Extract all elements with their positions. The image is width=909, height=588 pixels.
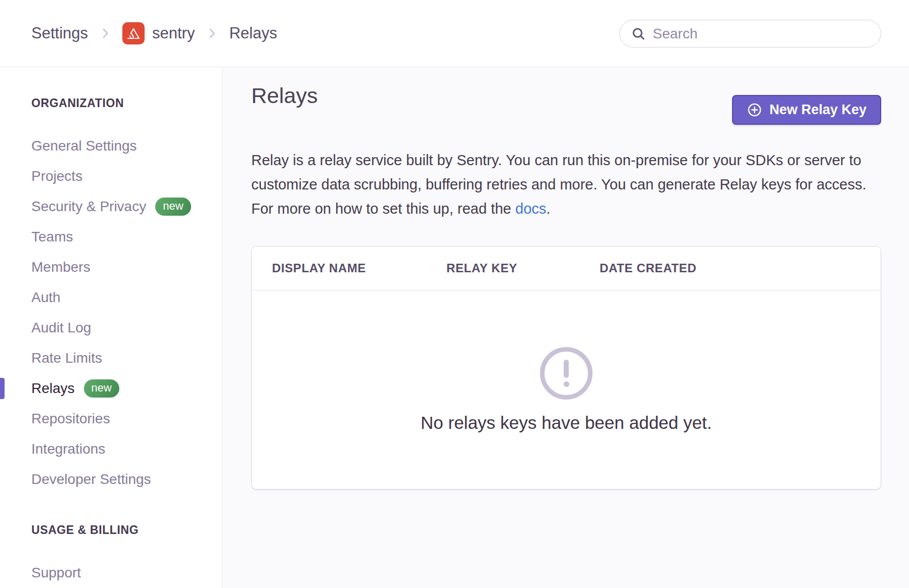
exclamation-dot bbox=[564, 381, 569, 387]
sidebar-item-developer-settings[interactable]: Developer Settings bbox=[0, 464, 222, 495]
sidebar-section-list: General SettingsProjectsSecurity & Priva… bbox=[0, 131, 222, 495]
docs-link[interactable]: docs bbox=[515, 201, 546, 217]
sidebar-item-rate-limits[interactable]: Rate Limits bbox=[0, 343, 222, 373]
sidebar-item-label: Support bbox=[31, 565, 81, 581]
sidebar-item-label: Auth bbox=[31, 289, 61, 306]
column-header-date-created: DATE CREATED bbox=[600, 261, 860, 275]
settings-sidebar: ORGANIZATIONGeneral SettingsProjectsSecu… bbox=[0, 68, 222, 588]
sidebar-item-label: Projects bbox=[31, 168, 82, 184]
breadcrumb: Settings sentry Relays bbox=[31, 0, 277, 67]
sidebar-section-heading: USAGE & BILLING bbox=[31, 523, 222, 537]
breadcrumb-org-sentry[interactable]: sentry bbox=[152, 24, 195, 42]
table-header-row: DISPLAY NAMERELAY KEYDATE CREATED bbox=[252, 247, 881, 290]
sidebar-item-support[interactable]: Support bbox=[0, 558, 222, 588]
column-header-relay-key: RELAY KEY bbox=[446, 261, 600, 275]
sidebar-item-teams[interactable]: Teams bbox=[0, 222, 222, 252]
sidebar-item-security-privacy[interactable]: Security & Privacynew bbox=[0, 191, 222, 222]
sidebar-item-audit-log[interactable]: Audit Log bbox=[0, 313, 222, 343]
chevron-right-icon bbox=[98, 26, 113, 41]
circle-plus-icon bbox=[747, 102, 762, 118]
chevron-right-icon bbox=[204, 26, 219, 41]
sidebar-item-label: Developer Settings bbox=[31, 471, 151, 487]
sidebar-item-repositories[interactable]: Repositories bbox=[0, 404, 222, 434]
relay-description: Relay is a relay service built by Sentry… bbox=[251, 148, 881, 221]
sidebar-item-label: Rate Limits bbox=[31, 350, 102, 366]
sidebar-item-general-settings[interactable]: General Settings bbox=[0, 131, 222, 161]
exclamation-circle-icon bbox=[540, 347, 593, 400]
sidebar-item-members[interactable]: Members bbox=[0, 252, 222, 282]
relay-keys-panel: DISPLAY NAMERELAY KEYDATE CREATED No rel… bbox=[251, 246, 881, 489]
sidebar-item-label: Teams bbox=[31, 229, 73, 245]
new-badge: new bbox=[84, 379, 119, 398]
sidebar-item-label: Repositories bbox=[31, 411, 110, 427]
new-relay-key-button[interactable]: New Relay Key bbox=[732, 95, 881, 125]
page-title: Relays bbox=[251, 84, 317, 107]
sidebar-item-integrations[interactable]: Integrations bbox=[0, 434, 222, 464]
main-content: Relays New Relay Key Relay is a relay se… bbox=[223, 68, 909, 588]
search-input[interactable] bbox=[653, 26, 870, 42]
empty-state-message: No relays keys have been added yet. bbox=[421, 413, 712, 433]
top-header: Settings sentry Relays bbox=[0, 0, 909, 67]
column-header-display-name: DISPLAY NAME bbox=[272, 261, 446, 275]
sidebar-item-relays[interactable]: Relaysnew bbox=[0, 373, 222, 404]
sidebar-section-list: Support bbox=[0, 558, 222, 588]
sidebar-item-label: Members bbox=[31, 259, 90, 275]
sidebar-item-label: Integrations bbox=[31, 441, 105, 457]
sidebar-item-auth[interactable]: Auth bbox=[0, 282, 222, 313]
table-empty-state: No relays keys have been added yet. bbox=[252, 290, 881, 489]
breadcrumb-settings[interactable]: Settings bbox=[31, 24, 88, 42]
search-icon bbox=[631, 26, 646, 41]
description-text: Relay is a relay service built by Sentry… bbox=[251, 152, 867, 217]
sidebar-item-label: Security & Privacy bbox=[31, 199, 146, 215]
app-window: Settings sentry Relays ORGANI bbox=[0, 0, 909, 588]
sidebar-sections: ORGANIZATIONGeneral SettingsProjectsSecu… bbox=[0, 96, 222, 588]
sentry-logo-icon bbox=[122, 22, 145, 44]
new-relay-key-label: New Relay Key bbox=[769, 102, 867, 118]
description-period: . bbox=[547, 201, 551, 217]
sidebar-item-label: General Settings bbox=[31, 138, 137, 154]
sidebar-item-label: Relays bbox=[31, 380, 75, 397]
title-row: Relays New Relay Key bbox=[251, 84, 881, 125]
search-box[interactable] bbox=[619, 20, 881, 47]
sidebar-section-heading: ORGANIZATION bbox=[31, 96, 222, 110]
new-badge: new bbox=[155, 198, 191, 216]
breadcrumb-relays: Relays bbox=[229, 24, 277, 42]
sidebar-item-label: Audit Log bbox=[31, 320, 91, 336]
active-indicator bbox=[0, 378, 5, 399]
sidebar-item-projects[interactable]: Projects bbox=[0, 161, 222, 191]
exclamation-bar bbox=[564, 360, 569, 378]
